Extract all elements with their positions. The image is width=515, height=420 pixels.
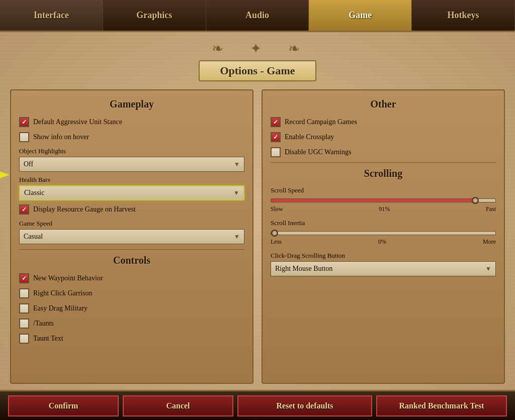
scroll-inertia-track[interactable]: [271, 231, 496, 235]
tab-interface[interactable]: Interface: [0, 0, 103, 31]
main-content: Gameplay Default Aggressive Unit Stance …: [0, 85, 515, 388]
scroll-speed-labels: Slow 91% Fast: [271, 205, 496, 213]
reset-button[interactable]: Reset to defaults: [237, 395, 372, 416]
checkbox-row-record: Record Campaign Games: [271, 117, 496, 127]
checkbox-dragmilitary[interactable]: [19, 303, 29, 313]
click-drag-label: Click-Drag Scrolling Button: [271, 252, 496, 260]
checkbox-row-garrison: Right Click Garrison: [19, 288, 244, 298]
health-bars-arrow-icon: ▼: [233, 189, 239, 197]
game-speed-arrow-icon: ▼: [234, 233, 240, 241]
label-record: Record Campaign Games: [285, 118, 357, 126]
check-record: [272, 118, 280, 126]
checkbox-row-taunttext: Taunt Text: [19, 334, 244, 344]
checkbox-crossplay[interactable]: [271, 132, 281, 142]
scroll-speed-percent: 91%: [379, 205, 390, 213]
label-taunts: /Taunts: [33, 320, 54, 328]
health-bars-value: Classic: [24, 189, 44, 197]
checkbox-ugc[interactable]: [271, 147, 281, 157]
gameplay-section-title: Gameplay: [19, 98, 244, 110]
checkbox-row-taunts: /Taunts: [19, 319, 244, 329]
checkbox-garrison[interactable]: [19, 288, 29, 298]
object-highlights-arrow-icon: ▼: [234, 161, 240, 168]
scroll-speed-track[interactable]: [271, 198, 496, 202]
scroll-inertia-percent: 0%: [378, 238, 386, 246]
scroll-speed-thumb[interactable]: [472, 197, 479, 204]
checkbox-record[interactable]: [271, 117, 281, 127]
label-waypoint: New Waypoint Behavior: [33, 274, 103, 282]
checkbox-row-dragmilitary: Easy Drag Military: [19, 303, 244, 313]
scroll-speed-track-container: [271, 196, 496, 204]
scroll-speed-label: Scroll Speed: [271, 186, 496, 194]
click-drag-value: Right Mouse Button: [275, 265, 332, 273]
click-drag-arrow-icon: ▼: [485, 265, 491, 273]
tab-graphics[interactable]: Graphics: [103, 0, 206, 31]
click-drag-dropdown[interactable]: Right Mouse Button ▼: [271, 261, 496, 276]
scroll-inertia-label: Scroll Inertia: [271, 219, 496, 227]
object-highlights-value: Off: [24, 160, 33, 168]
label-garrison: Right Click Garrison: [33, 289, 92, 297]
other-scrolling-divider: [271, 162, 496, 163]
game-speed-value: Casual: [24, 233, 43, 241]
header-area: ❧ ✦ ❧ Options - Game: [0, 32, 515, 85]
scrolling-section-title: Scrolling: [271, 168, 496, 179]
label-crossplay: Enable Crossplay: [285, 133, 334, 141]
checkbox-row-resource: Display Resource Gauge on Harvest: [19, 204, 244, 215]
health-bars-arrow: [0, 165, 14, 185]
scroll-inertia-more: More: [483, 238, 496, 246]
object-highlights-dropdown[interactable]: Off ▼: [19, 157, 244, 172]
checkbox-row-showinfo: Show info on hover: [19, 132, 244, 142]
bottom-bar: Confirm Cancel Reset to defaults Ranked …: [0, 390, 515, 420]
checkbox-row-aggressive: Default Aggressive Unit Stance: [19, 117, 244, 127]
checkbox-waypoint[interactable]: [19, 273, 29, 283]
label-ugc: Disable UGC Warnings: [285, 148, 351, 156]
checkbox-showinfo[interactable]: [19, 132, 29, 142]
tab-bar: Interface Graphics Audio Game Hotkeys: [0, 0, 515, 32]
check-resource: [20, 205, 28, 214]
other-panel: Other Record Campaign Games Enable Cross…: [262, 89, 505, 384]
health-bars-label: Health Bars: [19, 176, 244, 184]
label-dragmilitary: Easy Drag Military: [33, 304, 88, 312]
scroll-speed-slow: Slow: [271, 205, 283, 213]
scroll-inertia-track-container: [271, 229, 496, 237]
check-waypoint: [20, 274, 28, 282]
check-crossplay: [272, 133, 280, 141]
scroll-inertia-thumb[interactable]: [271, 230, 278, 237]
scroll-inertia-labels: Less 0% More: [271, 238, 496, 246]
health-bars-dropdown[interactable]: Classic ▼: [19, 185, 244, 200]
checkbox-taunttext[interactable]: [19, 334, 29, 344]
scroll-speed-row: Scroll Speed Slow 91% Fast: [271, 186, 496, 213]
page-title: Options - Game: [220, 64, 295, 77]
controls-section-title: Controls: [19, 255, 244, 266]
check-aggressive: [20, 118, 28, 126]
game-speed-label: Game Speed: [19, 220, 244, 228]
tab-audio[interactable]: Audio: [206, 0, 309, 31]
label-resource: Display Resource Gauge on Harvest: [33, 205, 136, 214]
label-aggressive: Default Aggressive Unit Stance: [33, 118, 122, 126]
ranked-benchmark-button[interactable]: Ranked Benchmark Test: [376, 395, 507, 416]
checkbox-row-waypoint: New Waypoint Behavior: [19, 273, 244, 283]
checkbox-row-crossplay: Enable Crossplay: [271, 132, 496, 142]
object-highlights-label: Object Highlights: [19, 147, 244, 155]
checkbox-aggressive[interactable]: [19, 117, 29, 127]
label-taunttext: Taunt Text: [33, 335, 63, 343]
game-speed-dropdown[interactable]: Casual ▼: [19, 229, 244, 244]
scroll-speed-fast: Fast: [486, 205, 496, 213]
label-showinfo: Show info on hover: [33, 133, 89, 141]
scroll-inertia-row: Scroll Inertia Less 0% More: [271, 219, 496, 246]
gameplay-controls-divider: [19, 249, 244, 250]
checkbox-resource[interactable]: [19, 204, 29, 215]
checkbox-taunts[interactable]: [19, 319, 29, 329]
checkbox-row-ugc: Disable UGC Warnings: [271, 147, 496, 157]
tab-game[interactable]: Game: [309, 0, 412, 31]
gameplay-panel: Gameplay Default Aggressive Unit Stance …: [10, 89, 253, 384]
page-title-container: Options - Game: [199, 60, 316, 81]
other-section-title: Other: [271, 98, 496, 110]
cancel-button[interactable]: Cancel: [123, 395, 233, 416]
confirm-button[interactable]: Confirm: [8, 395, 119, 416]
header-ornament: ❧ ✦ ❧: [0, 38, 515, 58]
scroll-inertia-less: Less: [271, 238, 282, 246]
tab-hotkeys[interactable]: Hotkeys: [412, 0, 515, 31]
